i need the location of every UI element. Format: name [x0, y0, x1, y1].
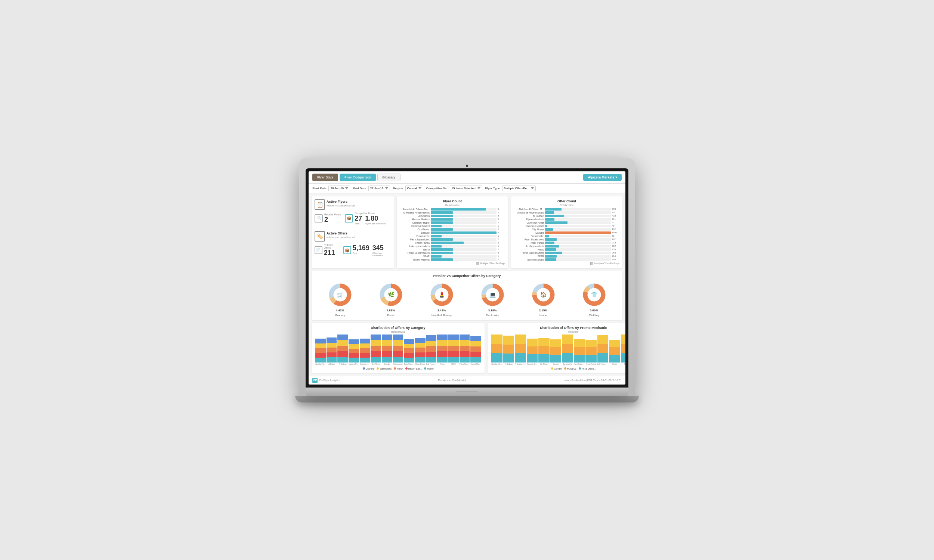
- stack-seg: [382, 357, 392, 363]
- donut-label: Home: [529, 314, 557, 317]
- stack-seg: [382, 334, 392, 340]
- bar-name: Carrefour Hyper: [400, 222, 430, 224]
- stack-seg: [470, 352, 481, 357]
- brand-label[interactable]: Aljazera Markets ▾: [583, 174, 622, 181]
- tab-glossary[interactable]: Glossary: [377, 174, 401, 181]
- stack-seg: [538, 354, 550, 363]
- bar-value: 2: [498, 222, 505, 224]
- stack-seg: [515, 344, 526, 353]
- stack-seg: [550, 339, 561, 347]
- competitor-flyers-total-label: Total: [354, 223, 362, 225]
- stack-seg: [470, 336, 481, 341]
- dist-promo-legend: ComboMultiBuyPrice Disco...: [490, 368, 626, 370]
- bar-value: 3: [498, 242, 505, 244]
- stack-seg: [515, 353, 526, 363]
- bar-fill: [431, 235, 442, 237]
- bar-name: SPAR: [514, 255, 544, 258]
- stack-seg: [382, 346, 392, 351]
- donut-pct: 4.42%: [326, 309, 354, 312]
- bar-track: [545, 211, 611, 214]
- bar-track: [545, 238, 611, 241]
- region-select[interactable]: Central: [405, 186, 423, 191]
- stack-seg: [404, 353, 414, 358]
- tab-flyer-stats[interactable]: Flyer Stats: [312, 174, 338, 181]
- legend-text: Price Disco...: [582, 368, 596, 370]
- end-date-label: End Date:: [353, 187, 367, 190]
- x-axis-label: Carrefour Hyper: [527, 363, 538, 365]
- legend-item: Price Disco...: [579, 368, 596, 370]
- bar-value: 264: [612, 255, 620, 257]
- start-date-select[interactable]: 20 Jan-19: [328, 186, 350, 191]
- stack-seg: [550, 355, 561, 363]
- bar-fill: [545, 248, 556, 251]
- flyer-bar-row: SPAR 1: [400, 255, 505, 258]
- stacked-col: [360, 334, 370, 363]
- legend-item: Electronics: [377, 368, 391, 370]
- bar-fill: [431, 245, 442, 248]
- stack-seg: [562, 353, 573, 363]
- flyer-bar-row: Tamimi Markets 2: [400, 258, 505, 261]
- bar-value: 1: [498, 245, 505, 247]
- stack-seg: [449, 346, 459, 351]
- donut-pct: 3.18%: [479, 309, 507, 312]
- bar-track: [431, 255, 496, 258]
- bar-track: [431, 215, 496, 217]
- donut-item: 👕 0.00% Clothing: [580, 281, 608, 317]
- stack-seg: [426, 357, 437, 363]
- stacked-col: [393, 334, 404, 363]
- filter-end-date: End Date: 27 Jan-19: [353, 186, 390, 191]
- bar-name: Euromarche: [514, 235, 544, 237]
- stack-seg: [315, 348, 326, 353]
- stack-seg: [382, 351, 392, 357]
- donuts-title: Retailer Vs Competitor Offers by Categor…: [314, 274, 620, 278]
- offer-bar-row: Al Sadhan 423: [514, 215, 620, 217]
- legend-text: Health & B...: [408, 368, 422, 370]
- stacked-col: [597, 334, 609, 363]
- dist-cat-legend: ClothingElectronicsFreshHealth & B...Hom…: [314, 368, 482, 370]
- start-date-label: Start Date:: [312, 187, 327, 190]
- stack-seg: [404, 339, 414, 344]
- stack-seg: [449, 351, 459, 357]
- footer-logo: CF: [312, 378, 317, 383]
- flyer-type-select[interactable]: Multiple OffersPe...: [502, 186, 536, 191]
- bar-fill: [545, 218, 555, 221]
- bar-track: [545, 248, 611, 251]
- bar-fill: [431, 258, 453, 261]
- active-flyers: 📋 Active Flyers retailer vs competitor s…: [314, 199, 391, 228]
- stack-seg: [360, 353, 370, 358]
- end-date-select[interactable]: 27 Jan-19: [368, 186, 390, 191]
- footer: CF ClicFlyer Analytics Private and Confi…: [308, 376, 626, 385]
- bar-fill: [431, 208, 485, 211]
- flyer-bar-row: Carrefour Hyper 2: [400, 222, 505, 224]
- stacked-col: [449, 334, 459, 363]
- legend-text: MultiBuy: [567, 368, 576, 370]
- dist-category-card: Distribution of Offers By Category Retai…: [311, 323, 485, 373]
- stack-seg: [371, 346, 381, 351]
- donut-svg: 🌿: [377, 281, 405, 309]
- stacked-col: [550, 334, 561, 363]
- x-axis-label: SPAR: [621, 363, 626, 365]
- bar-name: Danube: [400, 231, 430, 234]
- dist-cat-xlabels: Abdullah Al Othaim MarketsAl DallasAl Sa…: [314, 363, 482, 366]
- tab-flyer-comparison[interactable]: Flyer Comparison: [340, 174, 376, 181]
- nav-tabs: Flyer Stats Flyer Comparison Glossary: [312, 174, 401, 181]
- donut-pct: 3.42%: [428, 309, 456, 312]
- bar-fill: [545, 211, 554, 214]
- donut-label: Clothing: [580, 314, 608, 317]
- bar-fill: [545, 252, 562, 254]
- stack-seg: [327, 357, 337, 362]
- bar-value: 1500: [612, 231, 620, 234]
- stack-seg: [550, 347, 561, 355]
- stack-seg: [538, 346, 550, 354]
- bar-track: [545, 258, 611, 261]
- stack-seg: [437, 357, 448, 363]
- offer-bar-row: Abdullah Al Othaim M... 378: [514, 208, 620, 211]
- stacked-col: [459, 334, 470, 363]
- stack-seg: [449, 340, 459, 346]
- competitor-select[interactable]: 15 Items Selected: [450, 186, 482, 191]
- x-axis-label: Tamimi Markets: [470, 363, 481, 365]
- bar-fill: [431, 218, 453, 221]
- offer-count-subtitle: Retailerwise: [514, 204, 620, 206]
- bar-name: City Flower: [514, 228, 544, 231]
- stack-seg: [415, 338, 425, 343]
